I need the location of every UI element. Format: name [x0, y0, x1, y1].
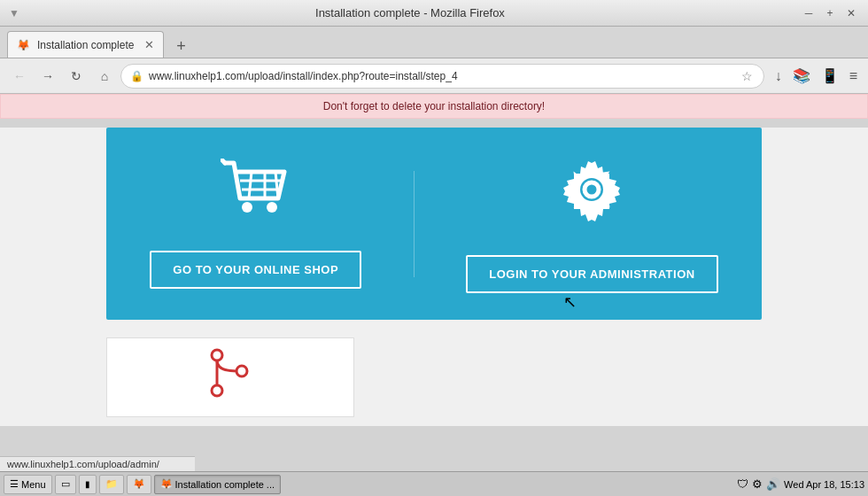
- cart-icon: [221, 159, 291, 233]
- home-button[interactable]: ⌂: [92, 64, 117, 89]
- terminal-icon: ▮: [85, 479, 90, 489]
- taskbar-firefox-icon[interactable]: 🦊: [127, 475, 151, 494]
- security-icon: 🛡: [737, 477, 748, 491]
- tab-favicon: 🦊: [17, 39, 30, 51]
- menu-icon[interactable]: ≡: [846, 66, 861, 86]
- git-icon: [208, 346, 252, 409]
- browser-status-bar: www.linuxhelp1.com/upload/admin/: [0, 456, 195, 471]
- go-to-shop-button[interactable]: GO TO YOUR ONLINE SHOP: [150, 251, 361, 289]
- blue-panel: GO TO YOUR ONLINE SHOP LOGIN TO YOUR ADM…: [106, 128, 762, 320]
- new-tab-button[interactable]: +: [169, 35, 192, 58]
- address-bar: ← → ↻ ⌂ 🔒 www.linuxhelp1.com/upload/inst…: [0, 58, 868, 94]
- browser-tab[interactable]: 🦊 Installation complete ✕: [7, 31, 164, 58]
- login-admin-button[interactable]: LOGIN TO YOUR ADMINISTRATION: [466, 255, 717, 293]
- close-button[interactable]: ✕: [843, 5, 859, 21]
- address-bar-icons: ☆: [740, 67, 755, 85]
- synced-tabs-icon[interactable]: 📱: [818, 66, 842, 86]
- maximize-button[interactable]: +: [822, 5, 838, 21]
- lock-icon: 🔒: [130, 70, 143, 82]
- tab-bar: 🦊 Installation complete ✕ +: [0, 27, 868, 58]
- svg-line-2: [249, 172, 252, 198]
- admin-action-block: LOGIN TO YOUR ADMINISTRATION: [466, 154, 717, 293]
- window-title: Installation complete - Mozilla Firefox: [19, 6, 801, 19]
- status-url: www.linuxhelp1.com/upload/admin/: [7, 459, 159, 469]
- tab-close-button[interactable]: ✕: [144, 38, 154, 51]
- file-manager-icon: ▭: [61, 478, 70, 490]
- taskbar-file-manager[interactable]: ▭: [55, 475, 76, 494]
- forward-button[interactable]: →: [35, 64, 60, 89]
- menu-hamburger-icon: ☰: [10, 478, 19, 490]
- tab-title: Installation complete: [37, 39, 134, 51]
- window-controls: ─ + ✕: [801, 5, 859, 21]
- firefox-icon: 🦊: [133, 478, 145, 490]
- clock-display: Wed Apr 18, 15:13: [784, 479, 864, 490]
- warning-banner: Don't forget to delete your installation…: [0, 94, 868, 119]
- system-tray: 🛡 ⚙ 🔊 Wed Apr 18, 15:13: [737, 477, 864, 491]
- taskbar-window-title: Installation complete ...: [175, 479, 275, 490]
- svg-line-4: [275, 172, 278, 198]
- volume-icon: 🔊: [766, 477, 780, 491]
- svg-point-12: [236, 366, 247, 376]
- taskbar-file-browser[interactable]: 📁: [99, 475, 124, 494]
- svg-point-11: [212, 385, 222, 396]
- downloads-icon[interactable]: ↓: [771, 66, 786, 86]
- svg-point-10: [212, 350, 222, 360]
- url-text: www.linuxhelp1.com/upload/install/index.…: [149, 70, 734, 82]
- taskbar: ☰ Menu ▭ ▮ 📁 🦊 🦊 Installation complete .…: [0, 471, 868, 496]
- url-bar[interactable]: 🔒 www.linuxhelp1.com/upload/install/inde…: [120, 64, 764, 89]
- taskbar-menu-button[interactable]: ☰ Menu: [4, 475, 52, 494]
- back-button[interactable]: ←: [7, 64, 32, 89]
- minimize-button[interactable]: ─: [801, 5, 817, 21]
- reload-button[interactable]: ↻: [64, 64, 89, 89]
- bookmarks-icon[interactable]: 📚: [789, 66, 814, 86]
- taskbar-right: 🛡 ⚙ 🔊 Wed Apr 18, 15:13: [737, 477, 864, 491]
- terminal2-icon: ⚙: [752, 477, 763, 491]
- taskbar-firefox-window[interactable]: 🦊 Installation complete ...: [154, 475, 282, 494]
- shop-action-block: GO TO YOUR ONLINE SHOP: [150, 159, 361, 289]
- panel-divider: [414, 171, 415, 277]
- firefox-window-icon: 🦊: [160, 478, 173, 490]
- gear-icon: [556, 154, 627, 237]
- content-area: GO TO YOUR ONLINE SHOP LOGIN TO YOUR ADM…: [0, 128, 868, 426]
- taskbar-terminal[interactable]: ▮: [79, 475, 97, 494]
- lower-card: [106, 337, 354, 417]
- files-icon: 📁: [105, 478, 118, 490]
- lower-section: [0, 329, 868, 426]
- browser-toolbar-icons: ↓ 📚 📱 ≡: [771, 66, 861, 86]
- bookmark-star-icon[interactable]: ☆: [740, 67, 755, 85]
- warning-text: Don't forget to delete your installation…: [323, 100, 545, 112]
- svg-point-5: [242, 202, 252, 213]
- svg-point-6: [267, 202, 277, 213]
- title-bar: ▼ Installation complete - Mozilla Firefo…: [0, 0, 868, 27]
